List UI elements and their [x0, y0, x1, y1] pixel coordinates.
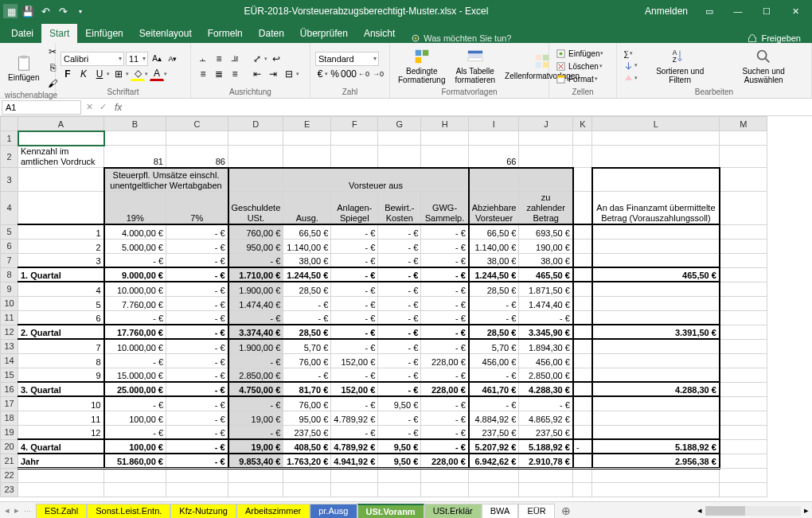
cell[interactable]: 86	[166, 146, 228, 168]
cell[interactable]	[720, 282, 767, 296]
orientation-icon[interactable]: ⤢	[250, 52, 264, 66]
cell[interactable]: 152,00 €	[331, 382, 378, 396]
cell[interactable]: 465,50 €	[592, 267, 720, 282]
cell[interactable]: - €	[378, 239, 421, 253]
cell[interactable]	[283, 146, 331, 168]
cell[interactable]: - €	[378, 296, 421, 310]
cell[interactable]: - €	[166, 368, 228, 382]
comma-format-icon[interactable]: 000	[342, 67, 356, 81]
cell[interactable]	[104, 131, 166, 146]
font-name-combo[interactable]: Calibri	[61, 52, 124, 66]
fx-icon[interactable]: fx	[110, 102, 127, 113]
cell[interactable]	[573, 411, 592, 425]
font-size-combo[interactable]: 11	[126, 52, 148, 66]
cell[interactable]	[573, 339, 592, 353]
signin-link[interactable]: Anmelden	[645, 6, 688, 17]
cell[interactable]: 5.207,92 €	[469, 439, 519, 454]
cell[interactable]	[573, 468, 592, 482]
cell[interactable]: - €	[421, 339, 469, 353]
cell[interactable]: - €	[166, 382, 228, 396]
align-left-icon[interactable]: ≡	[196, 67, 210, 81]
cell[interactable]: 5.188,92 €	[592, 439, 720, 454]
cell[interactable]: - €	[331, 396, 378, 411]
row-header[interactable]: 13	[1, 339, 18, 353]
cell[interactable]: - €	[166, 425, 228, 439]
cell[interactable]: 2.850,00 €	[519, 368, 573, 382]
cell[interactable]: 1.900,00 €	[228, 339, 283, 353]
cell[interactable]	[592, 146, 720, 168]
cell[interactable]: - €	[331, 253, 378, 267]
cell[interactable]: 3.374,40 €	[228, 325, 283, 339]
cell[interactable]	[573, 296, 592, 310]
cell[interactable]: - €	[331, 267, 378, 282]
cell[interactable]	[720, 382, 767, 396]
cell[interactable]	[166, 468, 228, 482]
cell[interactable]: 228,00 €	[421, 353, 469, 368]
tab-formeln[interactable]: Formeln	[200, 24, 251, 43]
decrease-decimal-icon[interactable]: →0	[372, 67, 385, 81]
sheet-tab[interactable]: BWA	[482, 504, 519, 518]
cell[interactable]	[573, 425, 592, 439]
cell[interactable]	[331, 131, 378, 146]
cell[interactable]: 7	[18, 339, 104, 353]
cell[interactable]: - €	[166, 339, 228, 353]
cell[interactable]	[573, 239, 592, 253]
row-header[interactable]: 19	[1, 425, 18, 439]
sheet-tab[interactable]: USt.Erklär	[424, 504, 482, 518]
cell[interactable]: 10.000,00 €	[104, 282, 166, 296]
new-sheet-button[interactable]: ⊕	[555, 504, 577, 517]
cell[interactable]	[166, 131, 228, 146]
row-header[interactable]: 7	[1, 253, 18, 267]
cell[interactable]: 4.288,30 €	[519, 382, 573, 396]
cell[interactable]: - €	[104, 310, 166, 325]
cell[interactable]: - €	[166, 396, 228, 411]
row-header[interactable]: 22	[1, 468, 18, 482]
cell[interactable]	[228, 482, 283, 497]
cell[interactable]: 100,00 €	[104, 439, 166, 454]
qat-dropdown-icon[interactable]: ▾	[73, 4, 88, 18]
cell[interactable]: - €	[378, 267, 421, 282]
cell[interactable]	[421, 146, 469, 168]
cell[interactable]: - €	[378, 310, 421, 325]
cell[interactable]: - €	[378, 425, 421, 439]
cell[interactable]: 1.140,00 €	[283, 239, 331, 253]
cell[interactable]	[573, 482, 592, 497]
row-header[interactable]: 9	[1, 282, 18, 296]
cell[interactable]	[573, 282, 592, 296]
cell[interactable]	[378, 468, 421, 482]
minimize-icon[interactable]: —	[724, 2, 751, 20]
cell[interactable]	[592, 396, 720, 411]
row-header[interactable]: 5	[1, 224, 18, 239]
cell[interactable]: - €	[378, 411, 421, 425]
cell[interactable]: - €	[421, 411, 469, 425]
cell[interactable]: - €	[469, 296, 519, 310]
cell[interactable]: 3. Quartal	[18, 382, 104, 396]
cell[interactable]: 2.850,00 €	[228, 368, 283, 382]
bold-button[interactable]: F	[61, 67, 75, 81]
cell[interactable]: 5,70 €	[283, 339, 331, 353]
increase-indent-icon[interactable]: ⇥	[266, 67, 280, 81]
underline-button[interactable]: U	[92, 67, 107, 81]
cell[interactable]: Geschuldete USt.	[228, 192, 283, 224]
cell[interactable]	[421, 468, 469, 482]
cell[interactable]: 228,00 €	[421, 382, 469, 396]
cell[interactable]	[592, 468, 720, 482]
cell[interactable]: 2.910,78 €	[519, 454, 573, 468]
sheet-nav-last-icon[interactable]: ▸	[13, 505, 21, 516]
cell[interactable]	[18, 468, 104, 482]
cell[interactable]: - €	[166, 439, 228, 454]
cell[interactable]	[720, 310, 767, 325]
align-right-icon[interactable]: ≡	[228, 67, 242, 81]
cell[interactable]	[592, 411, 720, 425]
tab-seitenlayout[interactable]: Seitenlayout	[131, 24, 200, 43]
cell[interactable]: 408,50 €	[283, 439, 331, 454]
cell[interactable]: 51.860,00 €	[104, 454, 166, 468]
cell[interactable]	[228, 146, 283, 168]
merge-button[interactable]: ⊟	[282, 67, 296, 81]
sheet-tab[interactable]: Arbeitszimmer	[236, 504, 310, 518]
cell[interactable]: Anlagen-Spiegel	[331, 192, 378, 224]
cell[interactable]: - €	[166, 239, 228, 253]
cell[interactable]	[573, 146, 592, 168]
cell[interactable]: 4.000,00 €	[104, 224, 166, 239]
cell[interactable]: Vorsteuer aus	[283, 168, 469, 192]
